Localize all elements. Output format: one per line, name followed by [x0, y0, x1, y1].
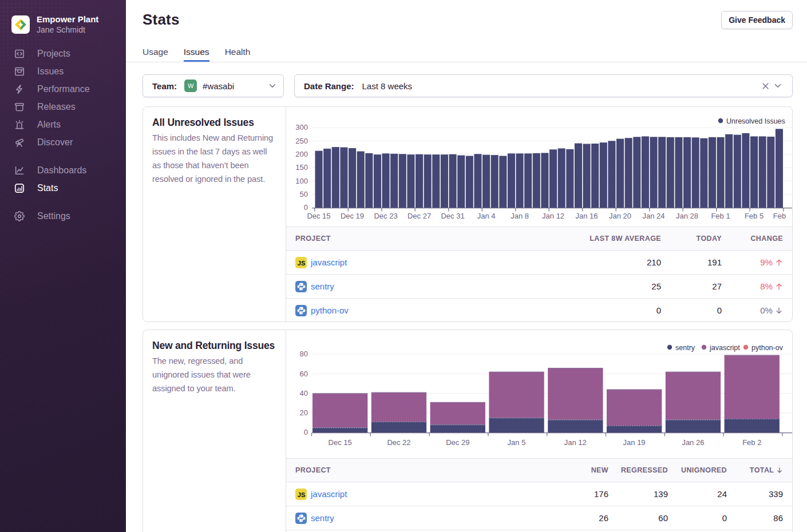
svg-text:0: 0 [304, 428, 308, 436]
svg-text:Jan 20: Jan 20 [609, 212, 631, 220]
svg-text:Jan 19: Jan 19 [623, 438, 646, 447]
svg-text:Feb 2: Feb 2 [742, 438, 761, 447]
svg-text:Dec 15: Dec 15 [329, 438, 352, 447]
svg-text:Dec 29: Dec 29 [446, 438, 469, 447]
svg-text:Jan 28: Jan 28 [676, 212, 698, 220]
svg-text:Jan 12: Jan 12 [564, 438, 587, 447]
svg-text:Feb 5: Feb 5 [745, 212, 764, 220]
svg-text:200: 200 [295, 150, 308, 158]
svg-text:Jan 24: Jan 24 [642, 212, 664, 220]
svg-text:150: 150 [295, 163, 308, 172]
svg-text:0: 0 [304, 203, 308, 212]
svg-text:javascript: javascript [709, 344, 740, 352]
svg-text:Jan 4: Jan 4 [477, 212, 496, 220]
svg-text:Unresolved Issues: Unresolved Issues [726, 117, 785, 125]
svg-text:Jan 5: Jan 5 [508, 438, 526, 447]
svg-text:40: 40 [300, 389, 308, 398]
svg-text:JS: JS [298, 259, 305, 266]
svg-text:JS: JS [298, 491, 305, 498]
svg-text:Dec 23: Dec 23 [374, 212, 397, 220]
svg-text:sentry: sentry [675, 344, 695, 352]
svg-text:250: 250 [295, 137, 308, 145]
svg-text:300: 300 [295, 123, 308, 132]
svg-text:python-ov: python-ov [751, 344, 784, 352]
svg-text:Dec 15: Dec 15 [307, 212, 330, 220]
svg-text:Jan 26: Jan 26 [682, 438, 704, 447]
svg-text:Feb: Feb [773, 212, 786, 220]
svg-text:20: 20 [300, 408, 308, 417]
svg-text:Feb 1: Feb 1 [711, 212, 730, 220]
svg-text:Jan 12: Jan 12 [542, 212, 564, 220]
svg-text:Dec 19: Dec 19 [341, 212, 364, 220]
svg-text:60: 60 [300, 370, 308, 378]
svg-text:80: 80 [300, 350, 308, 358]
svg-text:Dec 27: Dec 27 [408, 212, 431, 220]
svg-text:Jan 8: Jan 8 [511, 212, 529, 220]
svg-text:Dec 31: Dec 31 [441, 212, 464, 220]
svg-text:50: 50 [300, 190, 308, 198]
svg-text:Dec 22: Dec 22 [387, 438, 410, 447]
svg-text:100: 100 [295, 177, 308, 185]
svg-text:Jan 16: Jan 16 [575, 212, 598, 220]
